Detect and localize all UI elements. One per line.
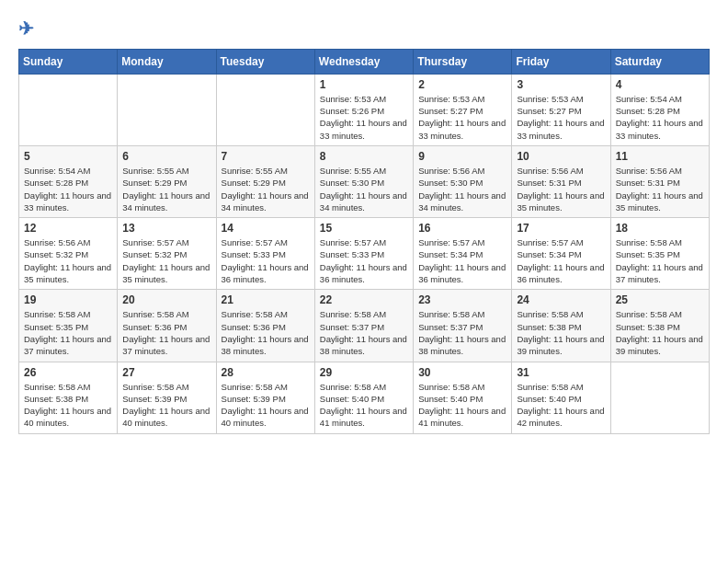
- day-info: Sunrise: 5:55 AM Sunset: 5:30 PM Dayligh…: [320, 165, 408, 213]
- weekday-sunday: Sunday: [19, 49, 118, 74]
- day-cell: 8Sunrise: 5:55 AM Sunset: 5:30 PM Daylig…: [314, 145, 413, 217]
- day-cell: 18Sunrise: 5:58 AM Sunset: 5:35 PM Dayli…: [610, 218, 709, 290]
- day-number: 6: [122, 150, 210, 163]
- day-info: Sunrise: 5:58 AM Sunset: 5:38 PM Dayligh…: [517, 308, 605, 357]
- day-cell: 22Sunrise: 5:58 AM Sunset: 5:37 PM Dayli…: [314, 290, 413, 362]
- day-number: 18: [616, 222, 704, 235]
- page-container: ✈ SundayMondayTuesdayWednesdayThursdayFr…: [0, 0, 728, 443]
- day-cell: 19Sunrise: 5:58 AM Sunset: 5:35 PM Dayli…: [19, 290, 118, 362]
- day-cell: 21Sunrise: 5:58 AM Sunset: 5:36 PM Dayli…: [216, 290, 314, 362]
- weekday-header-row: SundayMondayTuesdayWednesdayThursdayFrid…: [19, 49, 710, 74]
- day-cell: 16Sunrise: 5:57 AM Sunset: 5:34 PM Dayli…: [414, 218, 512, 290]
- week-row-5: 26Sunrise: 5:58 AM Sunset: 5:38 PM Dayli…: [19, 362, 710, 433]
- day-number: 23: [418, 293, 506, 306]
- day-info: Sunrise: 5:58 AM Sunset: 5:35 PM Dayligh…: [24, 308, 112, 357]
- day-info: Sunrise: 5:58 AM Sunset: 5:36 PM Dayligh…: [222, 308, 310, 357]
- logo: ✈: [18, 18, 34, 40]
- day-info: Sunrise: 5:58 AM Sunset: 5:36 PM Dayligh…: [122, 308, 210, 357]
- week-row-3: 12Sunrise: 5:56 AM Sunset: 5:32 PM Dayli…: [19, 218, 710, 290]
- day-cell: 9Sunrise: 5:56 AM Sunset: 5:30 PM Daylig…: [414, 145, 512, 217]
- weekday-thursday: Thursday: [414, 49, 512, 74]
- day-cell: 15Sunrise: 5:57 AM Sunset: 5:33 PM Dayli…: [314, 218, 413, 290]
- day-number: 24: [517, 293, 605, 306]
- weekday-monday: Monday: [118, 49, 216, 74]
- day-cell: 23Sunrise: 5:58 AM Sunset: 5:37 PM Dayli…: [414, 290, 512, 362]
- day-info: Sunrise: 5:54 AM Sunset: 5:28 PM Dayligh…: [24, 165, 112, 213]
- day-number: 9: [418, 150, 506, 163]
- day-info: Sunrise: 5:58 AM Sunset: 5:39 PM Dayligh…: [122, 381, 210, 430]
- logo-icon: ✈: [18, 18, 34, 39]
- day-cell: 12Sunrise: 5:56 AM Sunset: 5:32 PM Dayli…: [19, 218, 118, 290]
- day-info: Sunrise: 5:58 AM Sunset: 5:40 PM Dayligh…: [320, 381, 408, 430]
- day-info: Sunrise: 5:58 AM Sunset: 5:39 PM Dayligh…: [222, 381, 310, 430]
- day-number: 21: [222, 293, 310, 306]
- day-number: 15: [320, 222, 408, 235]
- day-cell: 25Sunrise: 5:58 AM Sunset: 5:38 PM Dayli…: [610, 290, 709, 362]
- day-number: 20: [122, 293, 210, 306]
- day-cell: 17Sunrise: 5:57 AM Sunset: 5:34 PM Dayli…: [512, 218, 610, 290]
- day-info: Sunrise: 5:58 AM Sunset: 5:37 PM Dayligh…: [320, 308, 408, 357]
- day-cell: 27Sunrise: 5:58 AM Sunset: 5:39 PM Dayli…: [118, 362, 216, 433]
- day-info: Sunrise: 5:58 AM Sunset: 5:40 PM Dayligh…: [517, 381, 605, 430]
- day-number: 1: [320, 78, 408, 91]
- day-cell: 7Sunrise: 5:55 AM Sunset: 5:29 PM Daylig…: [216, 145, 314, 217]
- day-number: 2: [418, 78, 506, 91]
- day-cell: 10Sunrise: 5:56 AM Sunset: 5:31 PM Dayli…: [512, 145, 610, 217]
- day-cell: [19, 74, 118, 145]
- day-info: Sunrise: 5:53 AM Sunset: 5:27 PM Dayligh…: [418, 93, 506, 142]
- day-cell: 2Sunrise: 5:53 AM Sunset: 5:27 PM Daylig…: [414, 74, 512, 145]
- day-info: Sunrise: 5:53 AM Sunset: 5:27 PM Dayligh…: [517, 93, 605, 142]
- calendar-table: SundayMondayTuesdayWednesdayThursdayFrid…: [18, 49, 710, 434]
- day-cell: 28Sunrise: 5:58 AM Sunset: 5:39 PM Dayli…: [216, 362, 314, 433]
- day-number: 17: [517, 222, 605, 235]
- day-cell: 1Sunrise: 5:53 AM Sunset: 5:26 PM Daylig…: [314, 74, 413, 145]
- day-number: 31: [517, 366, 605, 379]
- day-info: Sunrise: 5:56 AM Sunset: 5:30 PM Dayligh…: [418, 165, 506, 213]
- day-number: 14: [222, 222, 310, 235]
- week-row-1: 1Sunrise: 5:53 AM Sunset: 5:26 PM Daylig…: [19, 74, 710, 145]
- day-cell: 5Sunrise: 5:54 AM Sunset: 5:28 PM Daylig…: [19, 145, 118, 217]
- day-cell: 3Sunrise: 5:53 AM Sunset: 5:27 PM Daylig…: [512, 74, 610, 145]
- day-cell: 14Sunrise: 5:57 AM Sunset: 5:33 PM Dayli…: [216, 218, 314, 290]
- weekday-friday: Friday: [512, 49, 610, 74]
- day-cell: 6Sunrise: 5:55 AM Sunset: 5:29 PM Daylig…: [118, 145, 216, 217]
- day-cell: 30Sunrise: 5:58 AM Sunset: 5:40 PM Dayli…: [414, 362, 512, 433]
- day-info: Sunrise: 5:58 AM Sunset: 5:35 PM Dayligh…: [616, 236, 704, 285]
- day-info: Sunrise: 5:55 AM Sunset: 5:29 PM Dayligh…: [122, 165, 210, 213]
- day-number: 30: [418, 366, 506, 379]
- day-number: 27: [122, 366, 210, 379]
- day-info: Sunrise: 5:57 AM Sunset: 5:33 PM Dayligh…: [222, 236, 310, 285]
- weekday-wednesday: Wednesday: [314, 49, 413, 74]
- day-cell: 24Sunrise: 5:58 AM Sunset: 5:38 PM Dayli…: [512, 290, 610, 362]
- day-info: Sunrise: 5:57 AM Sunset: 5:34 PM Dayligh…: [517, 236, 605, 285]
- day-cell: 29Sunrise: 5:58 AM Sunset: 5:40 PM Dayli…: [314, 362, 413, 433]
- weekday-tuesday: Tuesday: [216, 49, 314, 74]
- day-info: Sunrise: 5:57 AM Sunset: 5:33 PM Dayligh…: [320, 236, 408, 285]
- day-info: Sunrise: 5:56 AM Sunset: 5:31 PM Dayligh…: [616, 165, 704, 213]
- day-number: 19: [24, 293, 112, 306]
- day-number: 12: [24, 222, 112, 235]
- week-row-4: 19Sunrise: 5:58 AM Sunset: 5:35 PM Dayli…: [19, 290, 710, 362]
- day-info: Sunrise: 5:54 AM Sunset: 5:28 PM Dayligh…: [616, 93, 704, 142]
- day-info: Sunrise: 5:57 AM Sunset: 5:34 PM Dayligh…: [418, 236, 506, 285]
- day-number: 10: [517, 150, 605, 163]
- day-cell: [118, 74, 216, 145]
- header: ✈: [18, 18, 710, 40]
- day-number: 26: [24, 366, 112, 379]
- day-number: 25: [616, 293, 704, 306]
- day-number: 16: [418, 222, 506, 235]
- day-number: 11: [616, 150, 704, 163]
- day-number: 13: [122, 222, 210, 235]
- day-cell: 31Sunrise: 5:58 AM Sunset: 5:40 PM Dayli…: [512, 362, 610, 433]
- day-info: Sunrise: 5:53 AM Sunset: 5:26 PM Dayligh…: [320, 93, 408, 142]
- day-info: Sunrise: 5:58 AM Sunset: 5:40 PM Dayligh…: [418, 381, 506, 430]
- day-info: Sunrise: 5:58 AM Sunset: 5:38 PM Dayligh…: [24, 381, 112, 430]
- day-cell: 13Sunrise: 5:57 AM Sunset: 5:32 PM Dayli…: [118, 218, 216, 290]
- day-number: 4: [616, 78, 704, 91]
- day-number: 7: [222, 150, 310, 163]
- day-cell: 11Sunrise: 5:56 AM Sunset: 5:31 PM Dayli…: [610, 145, 709, 217]
- day-info: Sunrise: 5:58 AM Sunset: 5:38 PM Dayligh…: [616, 308, 704, 357]
- day-number: 5: [24, 150, 112, 163]
- week-row-2: 5Sunrise: 5:54 AM Sunset: 5:28 PM Daylig…: [19, 145, 710, 217]
- weekday-saturday: Saturday: [610, 49, 709, 74]
